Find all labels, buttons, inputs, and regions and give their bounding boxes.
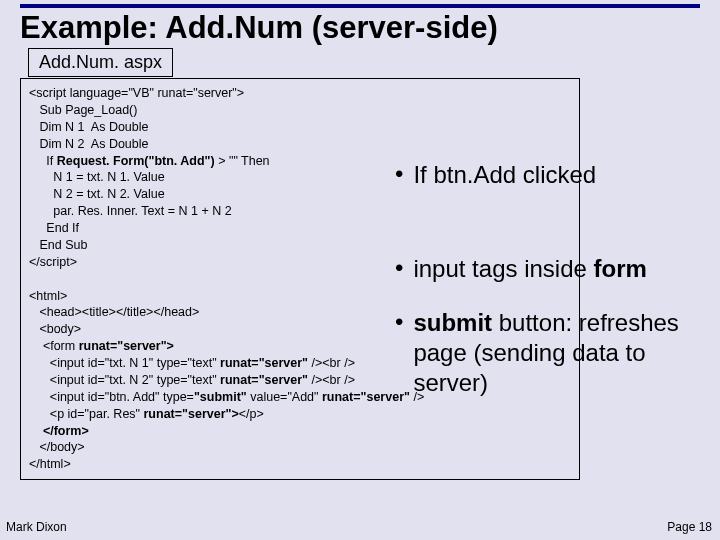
code-line: <input id="txt. N 1" type="text" xyxy=(29,356,220,370)
code-line: value="Add" xyxy=(247,390,322,404)
code-line: Sub Page_Load() xyxy=(29,103,137,117)
bullet-text: input tags inside form xyxy=(413,254,646,284)
code-line: </scr xyxy=(29,255,56,269)
code-line: <input id="txt. N 2" type="text" xyxy=(29,373,220,387)
slide-title: Example: Add.Num (server-side) xyxy=(20,10,498,46)
code-line: End If xyxy=(29,221,79,235)
footer-page: Page 18 xyxy=(667,520,712,534)
bullet-text: If btn.Add clicked xyxy=(413,160,596,190)
code-line: </p> xyxy=(239,407,264,421)
code-line: <script language="VB" runat="server"> xyxy=(29,86,244,100)
code-bold: runat="server" xyxy=(220,373,311,387)
code-bold: </form> xyxy=(29,424,89,438)
code-line: <p id="par. Res" xyxy=(29,407,144,421)
bullet-list: • If btn.Add clicked • input tags inside… xyxy=(395,160,710,422)
code-line: par. Res. Inner. Text = N 1 + N 2 xyxy=(29,204,232,218)
code-line: Dim N 2 As Double xyxy=(29,137,149,151)
code-line: N 2 = txt. N 2. Value xyxy=(29,187,165,201)
footer-author: Mark Dixon xyxy=(6,520,67,534)
top-divider xyxy=(20,4,700,8)
bullet-item: • If btn.Add clicked xyxy=(395,160,710,190)
code-bold: runat="server"> xyxy=(79,339,174,353)
bullet-dot: • xyxy=(395,254,403,283)
code-line: /><br /> xyxy=(312,356,355,370)
bullet-dot: • xyxy=(395,308,403,337)
code-line: /><br /> xyxy=(312,373,355,387)
code-line: </html> xyxy=(29,457,71,471)
bullet-item: • submit button: refreshes page (sending… xyxy=(395,308,710,398)
code-line: N 1 = txt. N 1. Value xyxy=(29,170,165,184)
code-bold: "submit" xyxy=(194,390,247,404)
bullet-item: • input tags inside form xyxy=(395,254,710,284)
code-line: <body> xyxy=(29,322,81,336)
filename-label: Add.Num. aspx xyxy=(28,48,173,77)
code-bold: runat="server" xyxy=(220,356,311,370)
code-line: <html> xyxy=(29,289,67,303)
code-line: Dim N 1 As Double xyxy=(29,120,149,134)
code-line: If xyxy=(29,154,57,168)
bullet-text: submit button: refreshes page (sending d… xyxy=(413,308,710,398)
code-line: ipt> xyxy=(56,255,77,269)
bullet-dot: • xyxy=(395,160,403,189)
code-line: <input id="btn. Add" type= xyxy=(29,390,194,404)
code-line: <head><title></title></head> xyxy=(29,305,199,319)
code-bold: runat="server"> xyxy=(144,407,239,421)
code-line: <form xyxy=(29,339,79,353)
code-bold: Request. Form("btn. Add") xyxy=(57,154,215,168)
code-line: </body> xyxy=(29,440,85,454)
code-line: End Sub xyxy=(29,238,87,252)
code-line: > "" Then xyxy=(215,154,270,168)
